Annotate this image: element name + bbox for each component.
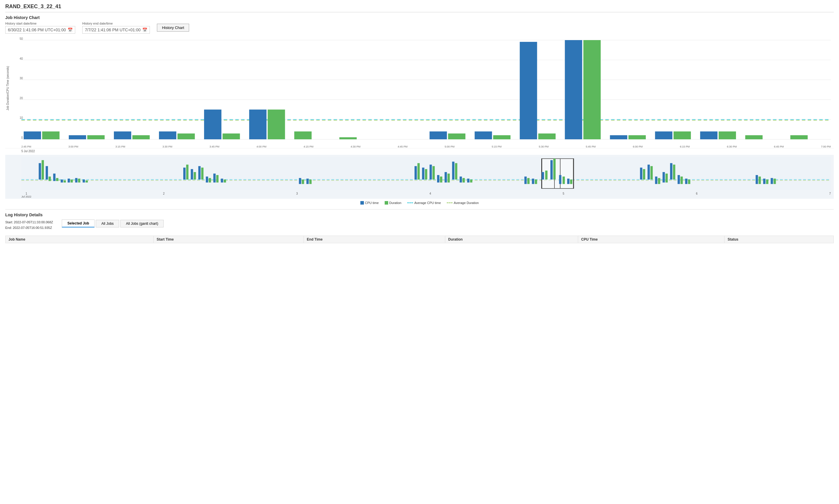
svg-rect-58 xyxy=(527,178,530,184)
table-header-row: Job Name Start Time End Time Duration CP… xyxy=(5,236,834,243)
history-chart-button[interactable]: History Chart xyxy=(157,24,189,32)
log-start: Start: 2022-07-05T11:33:00.068Z xyxy=(5,219,53,225)
date-row: History start date/time 6/30/22 1:41:06 … xyxy=(5,22,834,34)
svg-rect-21 xyxy=(75,178,77,182)
svg-rect-79 xyxy=(665,174,668,183)
page-container: RAND_EXEC_3_22_41 Job History Chart Hist… xyxy=(0,0,839,247)
bar-cpu-4 xyxy=(204,109,221,139)
history-start-input[interactable]: 6/30/22 1:41:06 PM UTC+01:00 📅 xyxy=(5,26,75,34)
svg-rect-44 xyxy=(425,169,427,180)
svg-rect-31 xyxy=(206,177,208,182)
svg-rect-66 xyxy=(550,160,553,179)
x-label-2: 3:15 PM xyxy=(115,145,125,148)
overview-x-5: 5 xyxy=(563,192,565,198)
legend-cpu-time: CPU time xyxy=(360,201,379,204)
svg-rect-48 xyxy=(440,177,442,182)
svg-rect-80 xyxy=(670,163,673,179)
svg-rect-22 xyxy=(78,179,81,182)
svg-rect-40 xyxy=(309,179,312,184)
svg-rect-59 xyxy=(532,179,534,184)
svg-rect-60 xyxy=(535,179,537,184)
svg-rect-35 xyxy=(221,179,223,182)
bar-dur-16 xyxy=(745,135,763,139)
history-start-label: History start date/time xyxy=(5,22,75,25)
x-label-4: 3:45 PM xyxy=(210,145,219,148)
calendar-icon-2[interactable]: 📅 xyxy=(142,28,147,32)
svg-rect-70 xyxy=(567,179,569,184)
svg-rect-36 xyxy=(224,179,226,182)
x-label-10: 5:15 PM xyxy=(492,145,502,148)
bar-dur-6 xyxy=(294,131,311,139)
x-axis-labels: 2:45 PM 3:00 PM 3:15 PM 3:30 PM 3:45 PM … xyxy=(21,145,831,148)
bar-cpu-11 xyxy=(520,42,537,139)
svg-rect-51 xyxy=(452,162,454,179)
svg-rect-15 xyxy=(53,174,56,181)
x-label-17: 7:00 PM xyxy=(821,145,831,148)
col-job-name: Job Name xyxy=(5,236,154,243)
tab-row: Selected Job All Jobs All Jobs (gantt ch… xyxy=(62,219,164,228)
x-label-5: 4:00 PM xyxy=(256,145,266,148)
svg-rect-69 xyxy=(563,177,565,184)
overview-chart: 1 Jul 2022 2 3 4 5 6 7 xyxy=(5,155,834,199)
col-duration: Duration xyxy=(445,236,578,243)
history-end-value: 7/7/22 1:41:06 PM UTC+01:00 xyxy=(85,28,141,32)
history-end-group: History end date/time 7/7/22 1:41:06 PM … xyxy=(82,22,150,34)
svg-rect-54 xyxy=(463,178,465,182)
svg-rect-85 xyxy=(688,179,690,184)
svg-rect-17 xyxy=(60,179,63,182)
svg-rect-43 xyxy=(422,168,425,180)
legend: CPU time Duration Average CPU time Avera… xyxy=(5,201,834,204)
x-label-13: 6:00 PM xyxy=(633,145,643,148)
log-info: Start: 2022-07-05T11:33:00.068Z End: 202… xyxy=(5,219,53,230)
bar-cpu-12 xyxy=(565,40,582,139)
bar-cpu-0 xyxy=(24,131,41,139)
legend-dur-label: Duration xyxy=(389,201,401,204)
bar-dur-3 xyxy=(177,133,195,139)
bar-dur-12 xyxy=(584,40,601,139)
legend-cpu-label: CPU time xyxy=(365,201,379,204)
col-status: Status xyxy=(725,236,834,243)
history-end-input[interactable]: 7/7/22 1:41:06 PM UTC+01:00 📅 xyxy=(82,26,150,34)
section-title: Job History Chart xyxy=(5,15,834,20)
bar-dur-10 xyxy=(493,135,511,139)
main-chart: Job Duration/CPU Time (seconds) 50 40 30… xyxy=(5,37,834,148)
bar-dur-4 xyxy=(222,133,240,139)
svg-rect-14 xyxy=(49,177,51,181)
svg-rect-90 xyxy=(771,178,773,184)
svg-rect-56 xyxy=(470,179,472,182)
bar-dur-2 xyxy=(132,135,149,139)
svg-rect-45 xyxy=(429,164,432,179)
x-label-16: 6:45 PM xyxy=(774,145,784,148)
col-end-time: End Time xyxy=(304,236,445,243)
bar-dur-17 xyxy=(790,135,808,139)
overview-x-1: 1 Jul 2022 xyxy=(21,192,31,198)
svg-rect-83 xyxy=(681,177,683,184)
x-label-6: 4:15 PM xyxy=(304,145,314,148)
svg-rect-91 xyxy=(773,179,776,184)
svg-rect-50 xyxy=(448,174,450,183)
svg-rect-87 xyxy=(758,177,761,184)
legend-avg-dur-line xyxy=(447,202,452,203)
svg-rect-19 xyxy=(68,179,70,182)
tab-selected-job[interactable]: Selected Job xyxy=(62,219,94,228)
svg-rect-29 xyxy=(198,166,200,180)
bar-cpu-14 xyxy=(655,131,673,139)
svg-rect-81 xyxy=(673,164,675,179)
svg-rect-38 xyxy=(302,179,304,184)
legend-avg-cpu-line xyxy=(407,202,413,203)
legend-avg-dur-label: Average Duration xyxy=(454,201,479,204)
chart-date-label: 5 Jul 2022 xyxy=(21,149,35,153)
tab-all-jobs-gantt[interactable]: All Jobs (gantt chart) xyxy=(120,220,164,228)
x-label-7: 4:30 PM xyxy=(351,145,361,148)
calendar-icon[interactable]: 📅 xyxy=(68,28,73,32)
overview-svg xyxy=(21,157,831,190)
svg-rect-24 xyxy=(86,180,88,182)
x-label-1: 3:00 PM xyxy=(69,145,78,148)
bar-cpu-13 xyxy=(610,135,627,139)
details-table: Job Name Start Time End Time Duration CP… xyxy=(5,236,834,243)
tab-all-jobs[interactable]: All Jobs xyxy=(96,220,119,228)
overview-x-2: 2 xyxy=(163,192,165,198)
svg-rect-65 xyxy=(545,170,548,180)
svg-rect-76 xyxy=(655,177,658,184)
overview-x-labels: 1 Jul 2022 2 3 4 5 6 7 xyxy=(21,192,831,198)
